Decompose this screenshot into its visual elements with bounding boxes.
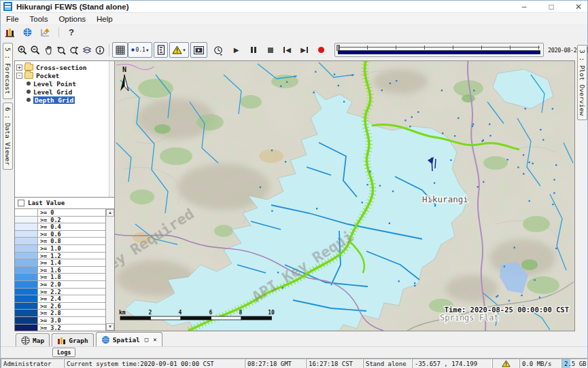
timer-icon[interactable] [211,43,224,57]
warning-thresholds-dropdown[interactable]: ▼ [169,42,189,58]
svg-text:km: km [119,310,126,316]
status-warning-cell[interactable] [492,358,519,368]
bar-chart-icon [57,336,66,345]
tree-item-pocket[interactable]: - Pocket [15,71,114,79]
time-slider-tick [453,45,453,50]
menu-options[interactable]: Options [53,15,91,23]
minimize-button[interactable]: – [519,1,529,12]
legend-row[interactable]: >= 3.2 [15,325,105,331]
time-slider[interactable] [334,43,544,57]
menu-help[interactable]: Help [91,15,118,23]
time-slider-tick [339,45,339,50]
last-value-checkbox[interactable] [18,200,24,206]
chevron-down-icon: ▼ [182,48,186,52]
legend-row[interactable]: >= 2.6 [15,303,105,310]
legend-scrollbar[interactable]: ▲ ▼ [105,209,114,331]
legend-label: >= 3.2 [38,325,105,331]
legend-label: >= 0 [38,209,105,216]
logs-button[interactable]: Logs [52,348,75,357]
play-icon[interactable]: ▶ [230,43,243,57]
legend-row[interactable]: >= 3.0 [15,317,105,325]
tab-graph[interactable]: Graph [52,333,94,346]
title-bar: Hikurangi FEWS (Stand alone) – □ ✕ [1,1,587,13]
legend-row[interactable]: >= 0.2 [15,217,105,224]
legend-row[interactable]: >= 1.0 [15,245,105,253]
status-bar: Administrator Current system time:2020-0… [1,358,587,368]
timeseries-export-icon[interactable] [39,25,52,39]
scroll-down-icon[interactable]: ▼ [106,323,114,331]
toolbar-separator [58,27,59,37]
svg-text:6: 6 [209,310,213,316]
legend-row[interactable]: >= 2.8 [15,310,105,317]
grid-display-icon[interactable] [112,42,128,58]
legend-row[interactable]: >= 0.4 [15,223,105,231]
svg-text:4: 4 [179,310,182,316]
legend-row[interactable]: >= 2.4 [15,295,105,303]
scroll-up-icon[interactable]: ▲ [106,209,114,217]
legend-row[interactable]: >= 1.8 [15,274,105,281]
status-memory: 2.5 GB [561,358,587,368]
menu-file[interactable]: File [1,15,24,23]
tab-spatial[interactable]: Spatial □ ✕ [96,332,162,346]
maximize-button[interactable]: □ [547,1,556,12]
tab-forecast[interactable]: 5 : Forecast [3,43,13,99]
layers-icon[interactable] [80,43,93,57]
place-label-springs-flat: Springs Flat [440,313,499,323]
close-tab-icon[interactable]: ✕ [153,336,156,343]
skip-end-icon[interactable]: ▶ [298,43,311,57]
legend-row[interactable]: >= 0 [15,209,105,217]
zoom-in-icon[interactable] [16,43,29,57]
zoom-next-icon[interactable] [67,43,80,57]
menu-tools[interactable]: Tools [24,15,54,23]
grid-value-dropdown[interactable]: 0.1▼ [128,42,152,58]
zoom-previous-icon[interactable] [54,43,67,57]
menu-bar: File Tools Options Help [1,13,587,25]
legend-label: >= 0.8 [38,238,105,244]
tab-data-viewer[interactable]: 6 : Data Viewer [3,103,13,170]
tree-item-level-grid[interactable]: Level Grid [15,88,114,96]
map-globe-icon[interactable] [21,25,34,39]
collapse-icon[interactable]: - [16,73,22,79]
legend-row[interactable]: >= 2.0 [15,281,105,289]
pan-hand-icon[interactable] [41,43,54,57]
pause-icon[interactable] [247,43,260,57]
tree-item-depth-grid[interactable]: Depth Grid [15,96,114,104]
main-toolbar: ? [1,25,587,39]
skip-start-icon[interactable]: ◀ [281,43,294,57]
legend-row[interactable]: >= 2.2 [15,289,105,296]
legend-title: Last Value [28,200,65,206]
zoom-out-icon[interactable] [29,43,41,57]
legend-swatch [15,325,38,331]
legend-row[interactable]: >= 1.6 [15,267,105,274]
tab-plot-overview[interactable]: 3 : Plot Overview [577,45,587,120]
legend-row[interactable]: >= 1.2 [15,253,105,260]
legend-row[interactable]: >= 0.8 [15,238,105,245]
app-icon [3,2,12,11]
tree-item-level-point[interactable]: Level Point [15,79,114,88]
legend-row[interactable]: >= 0.6 [15,231,105,238]
data-viewer-panel: + Cross-section - Pocket Level Point [14,60,115,331]
node-bullet-icon [27,81,31,86]
expander-icon[interactable]: + [16,65,22,71]
legend-row[interactable]: >= 1.4 [15,259,105,267]
close-button[interactable]: ✕ [574,1,583,12]
tree-scrollbar[interactable] [109,61,114,197]
folder-icon [24,64,33,71]
chevron-down-icon: ▼ [146,48,149,52]
legend-swatch [15,217,38,223]
tab-map[interactable]: Map [16,333,50,346]
svg-text:8: 8 [239,310,243,316]
stop-icon[interactable] [264,43,277,57]
help-button[interactable]: ? [66,27,77,37]
spatial-map[interactable]: ey Required API Key Requi Hikurangi Spri… [115,60,575,331]
classification-icon[interactable] [154,42,168,58]
database-icon[interactable] [3,25,16,39]
legend-swatch [15,245,38,252]
map-toolbar: 0.1▼ ▼ ▶ ◀ ▶ 2020-08-25 0 [14,39,575,60]
record-icon[interactable] [315,43,328,57]
animation-icon[interactable] [190,42,207,58]
legend-label: >= 1.4 [38,259,105,266]
info-icon[interactable] [93,43,106,57]
undock-icon[interactable]: □ [145,336,148,343]
left-tab-strip: 5 : Forecast 6 : Data Viewer [1,39,14,331]
